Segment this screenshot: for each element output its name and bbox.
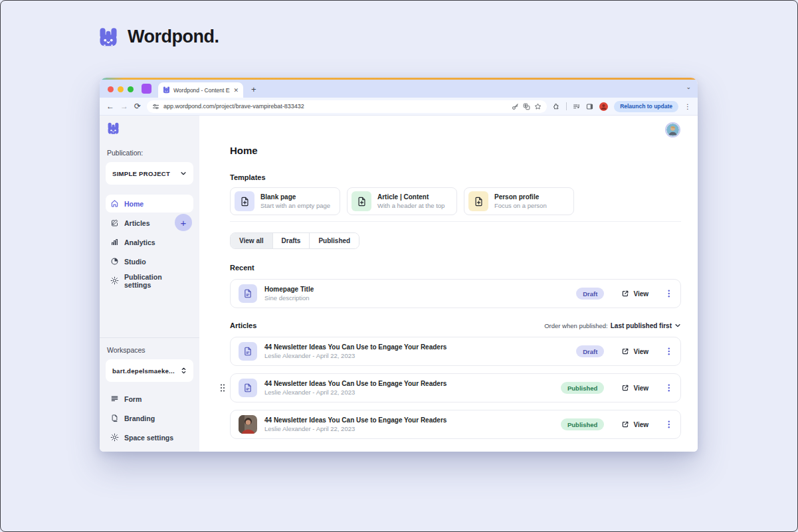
row-menu-icon[interactable]: [666, 420, 672, 428]
sidebar-item-articles[interactable]: Articles +: [106, 214, 193, 232]
article-thumbnail-photo: [239, 415, 257, 434]
external-link-icon: [621, 420, 629, 428]
template-title: Person profile: [494, 193, 547, 201]
add-article-button[interactable]: +: [175, 214, 192, 231]
sidebar-nav: Home Articles + Analytics Studio P: [106, 195, 193, 290]
browser-user-avatar[interactable]: [599, 102, 608, 111]
recent-row-homepage-title[interactable]: Homepage Title Sine description Draft Vi…: [230, 279, 681, 308]
browser-profile-icon[interactable]: [142, 84, 151, 94]
brand-name: Wordpond.: [128, 27, 219, 47]
filter-tabs: View all Drafts Published: [230, 232, 359, 249]
chevron-down-icon: [674, 322, 681, 329]
article-doc-plus-icon: [351, 191, 371, 211]
order-when-published-control[interactable]: Order when published: Last published fir…: [544, 322, 681, 329]
order-label: Order when published:: [544, 322, 608, 329]
browser-menu-icon[interactable]: ⋮: [684, 103, 691, 110]
sidebar-item-label: Space settings: [124, 434, 173, 442]
sidebar-wordpond-logo-icon: [107, 122, 120, 135]
translate-icon[interactable]: [523, 103, 530, 110]
article-row-1[interactable]: 44 Newsletter Ideas You Can Use to Engag…: [230, 337, 681, 366]
template-subtitle: Start with an empty page: [260, 202, 330, 209]
workspace-selector[interactable]: bart.depelsmaeke...: [106, 359, 193, 382]
document-icon: [239, 342, 257, 361]
reload-button[interactable]: ⟳: [134, 102, 141, 111]
extensions-icon[interactable]: [553, 103, 560, 110]
home-icon: [110, 199, 119, 208]
blank-page-doc-plus-icon: [235, 191, 254, 211]
row-title: Homepage Title: [264, 286, 314, 293]
publication-label: Publication:: [107, 149, 193, 157]
relaunch-to-update-button[interactable]: Relaunch to update: [614, 101, 678, 112]
sidebar-item-space-settings[interactable]: Space settings: [106, 428, 193, 446]
order-value: Last published first: [611, 322, 672, 329]
bookmark-star-icon[interactable]: [534, 103, 542, 110]
drag-handle-icon[interactable]: [220, 384, 225, 392]
project-selector-value: SIMPLE PROJECT: [112, 170, 170, 177]
view-label: View: [633, 385, 648, 392]
template-card-article-content[interactable]: Article | Content With a header at the t…: [347, 187, 457, 215]
url-text[interactable]: app.wordpond.com/project/brave-vampireba…: [163, 103, 508, 110]
browser-window: Wordpond - Content Experien ✕ + ⌄ ← → ⟳ …: [100, 78, 698, 452]
sidebar-divider: [100, 337, 199, 338]
sidebar-item-label: Publication settings: [124, 273, 189, 289]
user-avatar[interactable]: [665, 122, 680, 137]
minimize-window-button[interactable]: [118, 86, 124, 92]
view-button[interactable]: View: [621, 290, 648, 298]
gear-icon: [110, 433, 119, 442]
tab-view-all[interactable]: View all: [231, 233, 272, 248]
browser-tab-active[interactable]: Wordpond - Content Experien ✕: [158, 82, 243, 98]
sidebar-item-form[interactable]: Form: [106, 390, 193, 408]
tab-published[interactable]: Published: [309, 233, 359, 248]
article-row-3[interactable]: 44 Newsletter Ideas You Can Use to Engag…: [230, 410, 681, 439]
address-bar[interactable]: app.wordpond.com/project/brave-vampireba…: [147, 100, 547, 113]
sidebar-item-analytics[interactable]: Analytics: [106, 233, 193, 251]
forward-button[interactable]: →: [120, 102, 128, 111]
pencil-icon: [110, 219, 119, 227]
template-card-person-profile[interactable]: Person profile Focus on a person: [464, 187, 574, 215]
studio-icon: [110, 257, 119, 266]
back-button[interactable]: ←: [106, 102, 114, 111]
browser-tabstrip: Wordpond - Content Experien ✕ + ⌄: [100, 80, 698, 98]
reading-list-icon[interactable]: [573, 103, 580, 110]
close-window-button[interactable]: [108, 86, 114, 92]
maximize-window-button[interactable]: [128, 86, 134, 92]
row-menu-icon[interactable]: [666, 290, 672, 298]
sidebar-item-label: Form: [124, 395, 142, 403]
sidebar-item-home[interactable]: Home: [106, 195, 193, 213]
templates-divider: [230, 221, 681, 222]
sidebar-item-branding[interactable]: Branding: [106, 409, 193, 427]
toolbar-separator: [566, 102, 567, 110]
main-area: Home Templates Blank page Start with an …: [199, 116, 698, 452]
project-selector[interactable]: SIMPLE PROJECT: [106, 162, 193, 185]
template-card-blank-page[interactable]: Blank page Start with an empty page: [230, 187, 340, 215]
new-tab-button[interactable]: +: [251, 84, 256, 94]
row-subtitle: Sine description: [264, 294, 314, 302]
site-settings-icon[interactable]: [152, 103, 159, 110]
tab-search-chevron-icon[interactable]: ⌄: [686, 84, 691, 90]
view-button[interactable]: View: [621, 420, 648, 428]
tab-title: Wordpond - Content Experien: [173, 87, 230, 94]
status-badge: Draft: [576, 345, 604, 357]
external-link-icon: [621, 290, 629, 298]
view-button[interactable]: View: [621, 347, 648, 355]
form-lines-icon: [110, 395, 119, 403]
tab-close-icon[interactable]: ✕: [233, 87, 239, 94]
status-badge: Published: [561, 418, 604, 430]
row-menu-icon[interactable]: [666, 347, 672, 355]
article-row-2[interactable]: 44 Newsletter Ideas You Can Use to Engag…: [230, 373, 681, 402]
sidebar-item-studio[interactable]: Studio: [106, 252, 193, 270]
view-button[interactable]: View: [621, 384, 648, 392]
sidebar-item-label: Home: [124, 200, 144, 208]
view-label: View: [633, 290, 648, 298]
traffic-lights[interactable]: [108, 86, 134, 92]
side-panel-icon[interactable]: [586, 103, 593, 110]
browser-toolbar: ← → ⟳ app.wordpond.com/project/brave-vam…: [100, 98, 698, 116]
tab-favicon: [163, 86, 170, 94]
sidebar-item-publication-settings[interactable]: Publication settings: [106, 272, 193, 290]
tab-drafts[interactable]: Drafts: [272, 233, 310, 248]
row-subtitle: Leslie Alexander - April 22, 2023: [264, 425, 447, 432]
password-key-icon[interactable]: [512, 103, 519, 110]
person-profile-doc-plus-icon: [468, 191, 488, 211]
row-menu-icon[interactable]: [666, 384, 672, 392]
recent-heading: Recent: [230, 264, 681, 272]
